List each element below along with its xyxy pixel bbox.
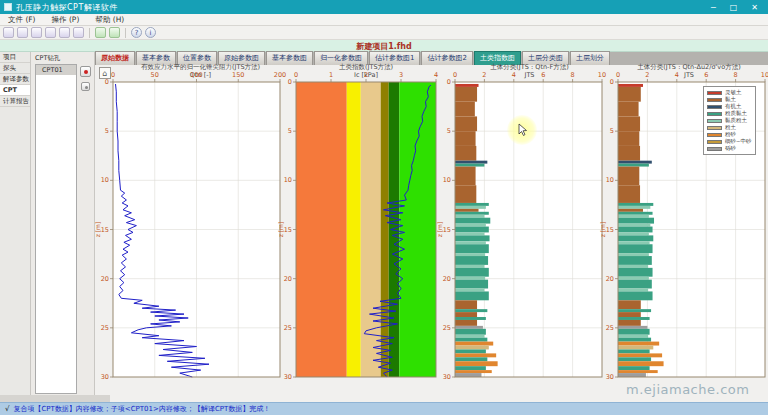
svg-text:25: 25 (284, 324, 292, 332)
menu-file[interactable]: 文件 (F) (0, 14, 44, 25)
open-file-icon[interactable] (17, 27, 28, 38)
svg-text:6: 6 (541, 71, 545, 79)
save-icon[interactable] (31, 27, 42, 38)
svg-text:0: 0 (610, 78, 614, 86)
save-as-icon[interactable] (45, 27, 56, 38)
svg-text:15: 15 (101, 226, 109, 234)
chart2-plot[interactable]: 01234051015202530z [m] (296, 82, 436, 377)
sidebar-item-5[interactable]: 计算报告 (0, 96, 30, 107)
legend-row: 有机土 (707, 103, 752, 110)
svg-text:4: 4 (512, 71, 516, 79)
record-dot-icon (84, 70, 88, 74)
maximize-icon[interactable]: □ (730, 3, 738, 12)
svg-text:0: 0 (111, 71, 115, 79)
minimize-icon[interactable]: ─ (711, 3, 716, 12)
report-icon[interactable] (109, 27, 120, 38)
svg-text:25: 25 (443, 324, 451, 332)
svg-text:25: 25 (606, 324, 614, 332)
window-title: 孔压静力触探CPT解译软件 (16, 2, 711, 13)
help-icon[interactable]: ? (131, 27, 142, 38)
svg-text:20: 20 (443, 275, 451, 283)
svg-text:0: 0 (447, 78, 451, 86)
svg-text:0: 0 (105, 78, 109, 86)
panel-footer (0, 395, 110, 402)
borehole-list-item[interactable]: CPT01 (36, 65, 76, 75)
export-icon[interactable] (73, 27, 84, 38)
svg-text:3: 3 (399, 71, 403, 79)
title-bar: 孔压静力触探CPT解译软件 ─ □ ✕ (0, 0, 768, 14)
svg-text:1: 1 (329, 71, 333, 79)
sidebar-item-1[interactable]: 项目 (0, 52, 30, 63)
legend-swatch-icon (707, 119, 722, 123)
svg-text:0: 0 (453, 71, 457, 79)
svg-text:100: 100 (190, 71, 202, 79)
svg-text:15: 15 (443, 226, 451, 234)
svg-text:10: 10 (443, 176, 451, 184)
status-bar: √ 复合项【CPT数据】内容修改；子项<CPT01>内容修改；【解译CPT数据】… (0, 402, 768, 415)
svg-text:0: 0 (294, 71, 298, 79)
svg-text:8: 8 (571, 71, 575, 79)
svg-text:0: 0 (616, 71, 620, 79)
legend-row: 灵敏土 (707, 89, 752, 96)
menu-operation[interactable]: 操作 (P) (44, 14, 88, 25)
chart4-xlabel: JTS (610, 71, 768, 79)
chart1-plot[interactable]: 050100150200051015202530z [m] (113, 82, 280, 377)
borehole-panel: CPT钻孔 CPT01 (31, 52, 95, 402)
menu-help[interactable]: 帮助 (H) (87, 14, 132, 25)
legend-label: 细砂~中砂 (725, 138, 752, 145)
legend-label: 黏土 (725, 96, 736, 103)
legend-swatch-icon (707, 133, 722, 137)
legend-swatch-icon (707, 105, 722, 109)
borehole-list[interactable]: CPT01 (35, 64, 77, 394)
toolbar-separator (125, 28, 126, 38)
legend-swatch-icon (707, 91, 722, 95)
legend-label: 黏质粉土 (725, 117, 747, 124)
legend-row: 黏质粉土 (707, 117, 752, 124)
svg-text:6: 6 (704, 71, 708, 79)
about-icon[interactable]: i (145, 27, 156, 38)
sidebar-item-2[interactable]: 探头 (0, 63, 30, 74)
svg-text:150: 150 (232, 71, 244, 79)
svg-text:5: 5 (288, 127, 292, 135)
borehole-record-button[interactable] (80, 66, 91, 77)
legend-label: 粉土 (725, 124, 736, 131)
svg-text:z [m]: z [m] (277, 222, 284, 238)
new-file-icon[interactable] (3, 27, 14, 38)
toolbar-separator (89, 28, 90, 38)
svg-text:15: 15 (606, 226, 614, 234)
status-text: 复合项【CPT数据】内容修改；子项<CPT01>内容修改；【解译CPT数据】完成… (13, 404, 270, 414)
legend-label: 粉质黏土 (725, 110, 747, 117)
svg-text:z [m]: z [m] (94, 222, 101, 238)
import-icon[interactable] (59, 27, 70, 38)
svg-text:z [m]: z [m] (599, 222, 606, 238)
svg-text:20: 20 (284, 275, 292, 283)
soil-legend: 灵敏土黏土有机土粉质黏土黏质粉土粉土粉砂细砂~中砂砾砂 (703, 86, 756, 155)
svg-text:5: 5 (105, 127, 109, 135)
legend-row: 黏土 (707, 96, 752, 103)
svg-text:20: 20 (606, 275, 614, 283)
legend-label: 粉砂 (725, 131, 736, 138)
legend-label: 有机土 (725, 103, 742, 110)
close-icon[interactable]: ✕ (751, 3, 758, 12)
svg-text:30: 30 (101, 373, 109, 381)
borehole-secondary-button[interactable] (81, 82, 90, 91)
legend-row: 粉质黏土 (707, 110, 752, 117)
legend-row: 粉土 (707, 124, 752, 131)
mouse-cursor-icon (518, 123, 528, 137)
svg-text:2: 2 (364, 71, 368, 79)
calculate-icon[interactable] (95, 27, 106, 38)
svg-text:30: 30 (443, 373, 451, 381)
svg-text:30: 30 (284, 373, 292, 381)
svg-text:10: 10 (284, 176, 292, 184)
watermark: m.ejiamache.com (626, 382, 749, 397)
chart-area: ⌂ 有效应力水平的归一化锥尖阻力(JTS方法) Qtn [-] 土类指数(JTS… (95, 65, 768, 402)
svg-text:8: 8 (734, 71, 738, 79)
legend-swatch-icon (707, 147, 722, 151)
svg-text:2: 2 (482, 71, 486, 79)
svg-text:200: 200 (274, 71, 286, 79)
sidebar-item-3[interactable]: 解译参数 (0, 74, 30, 85)
status-check-icon: √ (5, 405, 9, 413)
legend-row: 砾砂 (707, 145, 752, 152)
legend-swatch-icon (707, 126, 722, 130)
sidebar-item-4[interactable]: CPT (0, 85, 30, 96)
